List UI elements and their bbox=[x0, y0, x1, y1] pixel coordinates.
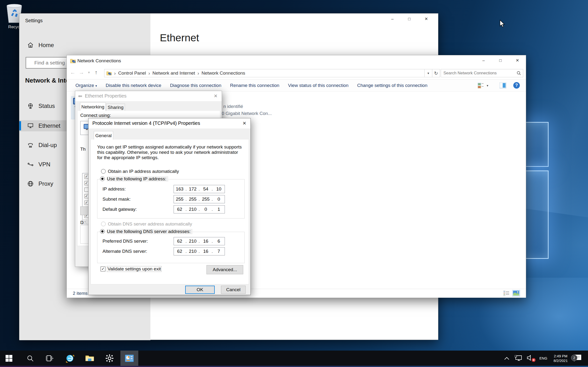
tab-sharing[interactable]: Sharing bbox=[106, 104, 125, 111]
close-icon[interactable]: ✕ bbox=[212, 92, 220, 100]
toolbar-diagnose[interactable]: Diagnose this connection bbox=[170, 83, 221, 88]
sidebar-item-label: Dial-up bbox=[38, 142, 57, 149]
ipv4-dialog-titlebar[interactable]: Protocole Internet version 4 (TCP/IPv4) … bbox=[88, 118, 251, 128]
close-icon[interactable]: ✕ bbox=[240, 120, 249, 127]
validate-checkbox-label[interactable]: Validate settings upon exit bbox=[107, 266, 161, 272]
ipv4-properties-dialog: Protocole Internet version 4 (TCP/IPv4) … bbox=[88, 118, 251, 295]
radio-use-ip[interactable] bbox=[100, 176, 105, 181]
sidebar-item-label: VPN bbox=[38, 161, 50, 168]
close-button[interactable]: ✕ bbox=[418, 15, 435, 23]
radio-obtain-ip-label[interactable]: Obtain an IP address automatically bbox=[108, 169, 179, 174]
ipv4-dialog-title: Protocole Internet version 4 (TCP/IPv4) … bbox=[92, 120, 200, 126]
alternate-dns-field[interactable]: 62.210.16.7 bbox=[173, 247, 225, 255]
sidebar-item-label: Proxy bbox=[38, 180, 53, 187]
search-icon[interactable] bbox=[517, 71, 521, 75]
minimize-button[interactable]: – bbox=[475, 57, 492, 65]
chevron-icon: › bbox=[198, 70, 199, 76]
views-dropdown-icon[interactable]: ▾ bbox=[487, 84, 488, 87]
view-details-button[interactable] bbox=[503, 291, 510, 297]
breadcrumb-control-panel[interactable]: Control Panel bbox=[118, 70, 146, 76]
radio-use-dns[interactable] bbox=[100, 229, 105, 234]
language-indicator[interactable]: ENG bbox=[539, 356, 547, 360]
radio-obtain-ip[interactable] bbox=[101, 169, 106, 174]
search-box[interactable] bbox=[441, 69, 523, 77]
taskbar-search-button[interactable] bbox=[21, 350, 39, 366]
page-title: Ethernet bbox=[160, 32, 199, 44]
address-dropdown-button[interactable]: ▾ bbox=[424, 69, 432, 77]
control-panel-button-active[interactable] bbox=[121, 350, 138, 366]
history-dropdown-icon[interactable]: ▾ bbox=[88, 70, 90, 75]
maximize-button[interactable]: □ bbox=[492, 57, 509, 65]
action-center-button[interactable]: 2 bbox=[573, 354, 582, 362]
vpn-icon bbox=[27, 161, 34, 167]
preview-pane-button[interactable] bbox=[500, 83, 506, 90]
back-icon[interactable]: ← bbox=[70, 69, 75, 75]
sidebar-item-label: Home bbox=[38, 42, 54, 49]
cursor-arrow bbox=[500, 20, 506, 28]
toolbar-organize[interactable]: Organize ▾ bbox=[75, 83, 97, 88]
items-count: 2 items bbox=[73, 291, 87, 296]
description-label-fragment: D bbox=[80, 220, 84, 225]
ok-button[interactable]: OK bbox=[185, 286, 215, 294]
close-button[interactable]: ✕ bbox=[509, 57, 526, 65]
sidebar-item-label: Status bbox=[38, 103, 55, 109]
tray-volume-muted-icon[interactable] bbox=[527, 355, 534, 362]
nc-address-row: ← → ▾ ↑ › Control Panel › Network and In… bbox=[67, 67, 526, 79]
forward-icon[interactable]: → bbox=[79, 69, 84, 75]
item-checkbox[interactable] bbox=[84, 188, 88, 192]
help-button[interactable]: ? bbox=[513, 82, 520, 89]
view-thumbnails-button[interactable] bbox=[478, 83, 485, 90]
preferred-dns-field[interactable]: 62.210.16.6 bbox=[173, 237, 225, 245]
maximize-button[interactable]: □ bbox=[401, 15, 418, 23]
clock-time: 2:49 PM bbox=[554, 354, 568, 358]
default-gateway-field[interactable]: 62.210.0.1 bbox=[173, 205, 225, 213]
cancel-button[interactable]: Cancel bbox=[221, 286, 246, 294]
system-tray: ENG 2:49 PM 8/2/2021 2 bbox=[501, 350, 588, 366]
toolbar-change-settings[interactable]: Change settings of this connection bbox=[357, 83, 427, 88]
address-bar[interactable]: › Control Panel › Network and Internet ›… bbox=[104, 69, 424, 77]
dialup-icon bbox=[27, 142, 34, 148]
item-checkbox[interactable]: ✓ bbox=[84, 201, 88, 205]
task-view-button[interactable] bbox=[41, 350, 59, 366]
tray-chevron-icon[interactable] bbox=[504, 357, 510, 360]
file-explorer-button[interactable] bbox=[81, 350, 99, 366]
toolbar-view-status[interactable]: View status of this connection bbox=[288, 83, 348, 88]
item-checkbox[interactable]: ✓ bbox=[84, 181, 88, 185]
radio-use-ip-label[interactable]: Use the following IP address: bbox=[107, 176, 168, 182]
alternate-dns-label: Alternate DNS server: bbox=[103, 249, 147, 254]
tab-networking[interactable]: Networking bbox=[80, 102, 106, 111]
validate-checkbox[interactable]: ✓ bbox=[101, 267, 105, 271]
eth-dialog-titlebar[interactable]: Ethernet Properties ✕ bbox=[75, 91, 222, 101]
ip-address-field[interactable]: 163.172.54.10 bbox=[173, 185, 225, 193]
radio-obtain-dns bbox=[101, 222, 106, 226]
tray-network-icon[interactable] bbox=[515, 355, 522, 361]
minimize-button[interactable]: – bbox=[384, 15, 401, 23]
start-button[interactable] bbox=[0, 350, 18, 366]
toolbar-rename[interactable]: Rename this connection bbox=[230, 83, 279, 88]
tab-general[interactable]: General bbox=[94, 131, 113, 140]
clock[interactable]: 2:49 PM 8/2/2021 bbox=[554, 354, 568, 363]
up-icon[interactable]: ↑ bbox=[95, 69, 97, 75]
sidebar-item-home[interactable]: Home bbox=[19, 40, 131, 51]
settings-window-title: Settings bbox=[25, 18, 43, 23]
view-large-icons-button[interactable] bbox=[512, 290, 520, 298]
internet-explorer-button[interactable] bbox=[61, 350, 79, 366]
control-panel-icon bbox=[125, 355, 134, 362]
chevron-icon: › bbox=[114, 70, 116, 76]
address-location-icon bbox=[106, 71, 112, 75]
breadcrumb-network-connections[interactable]: Network Connections bbox=[202, 70, 245, 76]
toolbar-disable-device[interactable]: Disable this network device bbox=[106, 83, 161, 88]
item-checkbox[interactable]: ✓ bbox=[84, 175, 88, 179]
settings-app-button[interactable] bbox=[101, 350, 119, 366]
adapter-plug-icon bbox=[78, 94, 83, 98]
item-checkbox[interactable]: ✓ bbox=[84, 194, 88, 198]
radio-use-dns-label[interactable]: Use the following DNS server addresses: bbox=[107, 229, 192, 234]
default-gateway-label: Default gateway: bbox=[103, 207, 137, 212]
nc-titlebar[interactable]: Network Connections – □ ✕ bbox=[67, 55, 526, 67]
search-input[interactable] bbox=[441, 71, 517, 75]
breadcrumb-network-and-internet[interactable]: Network and Internet bbox=[152, 70, 195, 76]
nc-toolbar: Organize ▾ Disable this network device D… bbox=[67, 79, 526, 92]
advanced-button[interactable]: Advanced... bbox=[207, 265, 243, 274]
subnet-mask-field[interactable]: 255.255.255.0 bbox=[173, 195, 225, 203]
refresh-button[interactable]: ↻ bbox=[432, 69, 440, 77]
